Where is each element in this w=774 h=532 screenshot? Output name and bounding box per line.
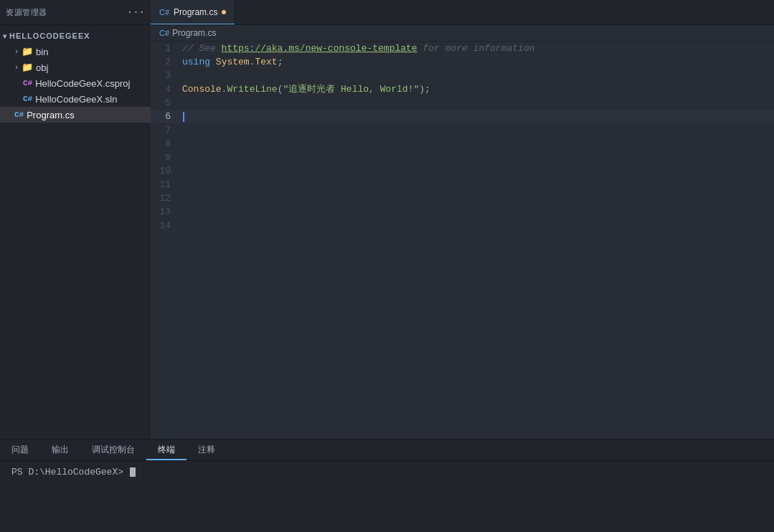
line-number-10: 10 bbox=[151, 164, 182, 178]
sln-file-icon: C# bbox=[23, 95, 32, 103]
breadcrumb: C# Program.cs bbox=[151, 25, 774, 42]
sidebar-item-obj-label: obj bbox=[36, 62, 48, 73]
tab-program-cs[interactable]: C# Program.cs bbox=[151, 0, 235, 24]
folder-icon: 📁 bbox=[22, 46, 33, 57]
line-number-3: 3 bbox=[151, 69, 182, 82]
code-line-11: 11 bbox=[151, 178, 774, 191]
line-content-5 bbox=[182, 96, 774, 110]
folder-icon: 📁 bbox=[22, 62, 33, 73]
text-cursor bbox=[183, 112, 184, 122]
main-content: ▾ HELLOCODEGEEX › 📁 bin › 📁 obj C# Hello… bbox=[0, 25, 774, 439]
panel-tab-output[interactable]: 输出 bbox=[40, 440, 80, 460]
tab-cs-icon: C# bbox=[159, 8, 169, 16]
line-content-9 bbox=[182, 151, 774, 164]
top-bar: 资源管理器 ··· C# Program.cs bbox=[0, 0, 774, 25]
panel-tabs: 问题 输出 调试控制台 终端 注释 bbox=[0, 440, 774, 461]
chevron-right-icon: › bbox=[14, 64, 19, 72]
csproj-file-icon: C# bbox=[23, 79, 32, 87]
line-content-10 bbox=[182, 164, 774, 178]
terminal-cursor bbox=[130, 467, 136, 477]
code-line-10: 10 bbox=[151, 164, 774, 178]
tabs-area: C# Program.cs bbox=[151, 0, 774, 25]
line-content-6 bbox=[182, 110, 774, 123]
breadcrumb-label: Program.cs bbox=[172, 28, 216, 38]
sidebar-item-csproj[interactable]: C# HelloCodeGeeX.csproj bbox=[0, 75, 151, 91]
line-number-2: 2 bbox=[151, 55, 182, 69]
line-number-4: 4 bbox=[151, 82, 182, 96]
sidebar-item-program-cs-label: Program.cs bbox=[27, 110, 74, 120]
line-number-1: 1 bbox=[151, 42, 182, 55]
tab-label: Program.cs bbox=[174, 7, 217, 17]
chevron-down-icon: ▾ bbox=[3, 32, 6, 40]
panel-tab-debug-console[interactable]: 调试控制台 bbox=[80, 440, 146, 460]
line-content-3 bbox=[182, 69, 774, 82]
code-line-13: 13 bbox=[151, 205, 774, 219]
sidebar-root-label: HELLOCODEGEEX bbox=[9, 32, 90, 40]
sidebar-item-sln-label: HelloCodeGeeX.sln bbox=[35, 94, 117, 105]
line-number-6: 6 bbox=[151, 110, 182, 123]
code-line-12: 12 bbox=[151, 191, 774, 205]
code-line-6: 6 bbox=[151, 110, 774, 123]
line-number-8: 8 bbox=[151, 137, 182, 151]
code-line-14: 14 bbox=[151, 219, 774, 232]
sidebar-title: 资源管理器 bbox=[6, 7, 47, 18]
panel-tab-comments[interactable]: 注释 bbox=[187, 440, 227, 460]
line-content-4: Console.WriteLine("追逐时光者 Hello, World!")… bbox=[182, 82, 774, 96]
line-content-12 bbox=[182, 191, 774, 205]
line-content-13 bbox=[182, 205, 774, 219]
line-content-14 bbox=[182, 219, 774, 232]
code-line-3: 3 bbox=[151, 69, 774, 82]
code-line-1: 1 // See https://aka.ms/new-console-temp… bbox=[151, 42, 774, 55]
sidebar-item-sln[interactable]: C# HelloCodeGeeX.sln bbox=[0, 91, 151, 107]
line-number-5: 5 bbox=[151, 96, 182, 110]
code-line-7: 7 bbox=[151, 123, 774, 137]
panel-tab-problems[interactable]: 问题 bbox=[0, 440, 40, 460]
sidebar-root[interactable]: ▾ HELLOCODEGEEX bbox=[0, 28, 151, 44]
line-content-8 bbox=[182, 137, 774, 151]
sidebar-menu-button[interactable]: ··· bbox=[127, 6, 145, 18]
code-editor[interactable]: 1 // See https://aka.ms/new-console-temp… bbox=[151, 42, 774, 439]
line-content-1: // See https://aka.ms/new-console-templa… bbox=[182, 42, 774, 55]
sidebar-header: 资源管理器 ··· bbox=[0, 0, 151, 25]
tab-modified-dot bbox=[222, 10, 226, 14]
terminal-content[interactable]: PS D:\HelloCodeGeeX> bbox=[0, 461, 774, 532]
code-line-8: 8 bbox=[151, 137, 774, 151]
sidebar: ▾ HELLOCODEGEEX › 📁 bin › 📁 obj C# Hello… bbox=[0, 25, 151, 439]
sidebar-item-csproj-label: HelloCodeGeeX.csproj bbox=[35, 78, 130, 89]
sidebar-item-obj[interactable]: › 📁 obj bbox=[0, 60, 151, 75]
code-line-9: 9 bbox=[151, 151, 774, 164]
code-line-4: 4 Console.WriteLine("追逐时光者 Hello, World!… bbox=[151, 82, 774, 96]
line-content-11 bbox=[182, 178, 774, 191]
line-content-7 bbox=[182, 123, 774, 137]
sidebar-item-bin-label: bin bbox=[36, 47, 48, 57]
code-line-2: 2 using System.Text; bbox=[151, 55, 774, 69]
line-number-7: 7 bbox=[151, 123, 182, 137]
code-line-5: 5 bbox=[151, 96, 774, 110]
line-number-12: 12 bbox=[151, 191, 182, 205]
line-number-11: 11 bbox=[151, 178, 182, 191]
line-number-13: 13 bbox=[151, 205, 182, 219]
line-content-2: using System.Text; bbox=[182, 55, 774, 69]
sidebar-item-program-cs[interactable]: C# Program.cs bbox=[0, 107, 151, 123]
panel-tab-terminal[interactable]: 终端 bbox=[146, 440, 187, 460]
chevron-right-icon: › bbox=[14, 48, 19, 56]
line-number-9: 9 bbox=[151, 151, 182, 164]
line-number-14: 14 bbox=[151, 219, 182, 232]
breadcrumb-cs-icon: C# bbox=[159, 29, 169, 37]
bottom-panel: 问题 输出 调试控制台 终端 注释 PS D:\HelloCodeGeeX> bbox=[0, 439, 774, 532]
editor-area: C# Program.cs 1 // See https://aka.ms/ne… bbox=[151, 25, 774, 439]
terminal-prompt: PS D:\HelloCodeGeeX> bbox=[11, 467, 129, 478]
cs-file-icon: C# bbox=[14, 110, 24, 119]
sidebar-item-bin[interactable]: › 📁 bin bbox=[0, 44, 151, 60]
